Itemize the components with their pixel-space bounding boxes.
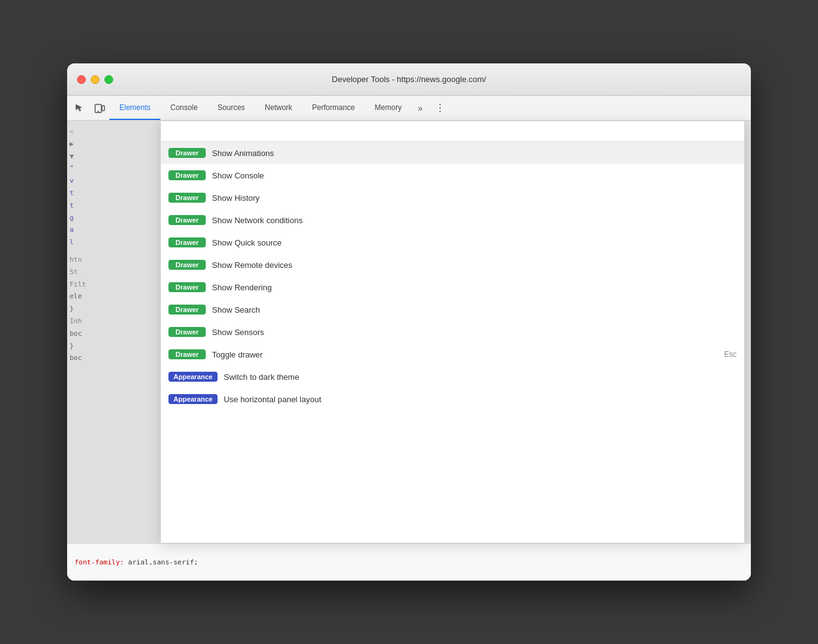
shortcut-toggle-drawer: Esc — [724, 350, 737, 359]
command-label-3: Show Network conditions — [212, 216, 737, 225]
command-label-7: Show Search — [212, 305, 737, 315]
command-item-show-remote-devices[interactable]: Drawer Show Remote devices — [161, 254, 744, 276]
command-label-11: Use horizontal panel layout — [224, 395, 737, 404]
command-label-2: Show History — [212, 193, 737, 203]
command-item-show-animations[interactable]: Drawer Show Animations — [161, 142, 744, 164]
command-results: Drawer Show Animations Drawer Show Conso… — [161, 142, 744, 543]
badge-drawer-1: Drawer — [168, 170, 206, 180]
tab-bar: Elements Console Sources Network Perform… — [109, 96, 411, 120]
command-label-0: Show Animations — [212, 149, 737, 158]
command-item-horizontal-layout[interactable]: Appearance Use horizontal panel layout — [161, 388, 744, 410]
css-property-value: arial,sans-serif; — [128, 558, 198, 566]
command-label-8: Show Sensors — [212, 328, 737, 337]
command-input[interactable] — [168, 126, 737, 136]
inspect-icon[interactable] — [70, 98, 90, 118]
kebab-menu-button[interactable]: ⋮ — [431, 99, 449, 117]
badge-appearance-0: Appearance — [168, 372, 218, 382]
badge-drawer-0: Drawer — [168, 148, 206, 158]
command-label-6: Show Rendering — [212, 283, 737, 292]
minimize-button[interactable] — [91, 75, 99, 84]
toolbar: Elements Console Sources Network Perform… — [67, 96, 751, 121]
badge-drawer-7: Drawer — [168, 305, 206, 315]
command-item-show-network-conditions[interactable]: Drawer Show Network conditions — [161, 209, 744, 231]
command-label-4: Show Quick source — [212, 238, 737, 247]
command-label-5: Show Remote devices — [212, 260, 737, 270]
tab-performance[interactable]: Performance — [302, 96, 365, 120]
svg-rect-1 — [102, 106, 104, 111]
command-item-toggle-drawer[interactable]: Drawer Toggle drawer Esc — [161, 343, 744, 366]
maximize-button[interactable] — [104, 75, 113, 84]
more-tabs-button[interactable]: » — [411, 99, 429, 117]
tab-network[interactable]: Network — [255, 96, 302, 120]
command-label-9: Toggle drawer — [212, 350, 724, 359]
css-property-name: font-family — [75, 558, 120, 566]
badge-drawer-2: Drawer — [168, 193, 206, 203]
title-bar: Developer Tools - https://news.google.co… — [67, 63, 751, 96]
command-item-show-sensors[interactable]: Drawer Show Sensors — [161, 321, 744, 343]
command-label-10: Switch to dark theme — [224, 372, 737, 382]
command-item-show-console[interactable]: Drawer Show Console — [161, 164, 744, 186]
bottom-bar: font-family : arial,sans-serif; — [67, 543, 751, 581]
devtools-window: Developer Tools - https://news.google.co… — [67, 63, 751, 581]
device-icon[interactable] — [90, 98, 109, 118]
command-item-show-history[interactable]: Drawer Show History — [161, 186, 744, 209]
command-item-show-rendering[interactable]: Drawer Show Rendering — [161, 276, 744, 298]
badge-drawer-3: Drawer — [168, 215, 206, 225]
command-item-dark-theme[interactable]: Appearance Switch to dark theme — [161, 366, 744, 388]
tab-console[interactable]: Console — [160, 96, 208, 120]
badge-drawer-6: Drawer — [168, 282, 206, 292]
badge-appearance-1: Appearance — [168, 394, 218, 404]
badge-drawer-9: Drawer — [168, 349, 206, 359]
command-item-show-quick-source[interactable]: Drawer Show Quick source — [161, 231, 744, 254]
badge-drawer-5: Drawer — [168, 260, 206, 270]
tab-sources[interactable]: Sources — [208, 96, 255, 120]
command-label-1: Show Console — [212, 171, 737, 180]
badge-drawer-8: Drawer — [168, 327, 206, 337]
close-button[interactable] — [77, 75, 86, 84]
command-input-row — [161, 121, 744, 142]
window-title: Developer Tools - https://news.google.co… — [332, 75, 486, 84]
main-content: < ▶ ▼ " v t t g a l htn St Filt ele } In… — [67, 121, 751, 543]
command-item-show-search[interactable]: Drawer Show Search — [161, 298, 744, 321]
command-palette-overlay: Drawer Show Animations Drawer Show Conso… — [67, 121, 751, 543]
traffic-lights — [77, 75, 113, 84]
svg-point-2 — [98, 111, 99, 112]
command-palette: Drawer Show Animations Drawer Show Conso… — [160, 121, 745, 543]
badge-drawer-4: Drawer — [168, 237, 206, 247]
tab-elements[interactable]: Elements — [109, 96, 160, 120]
tab-memory[interactable]: Memory — [365, 96, 411, 120]
